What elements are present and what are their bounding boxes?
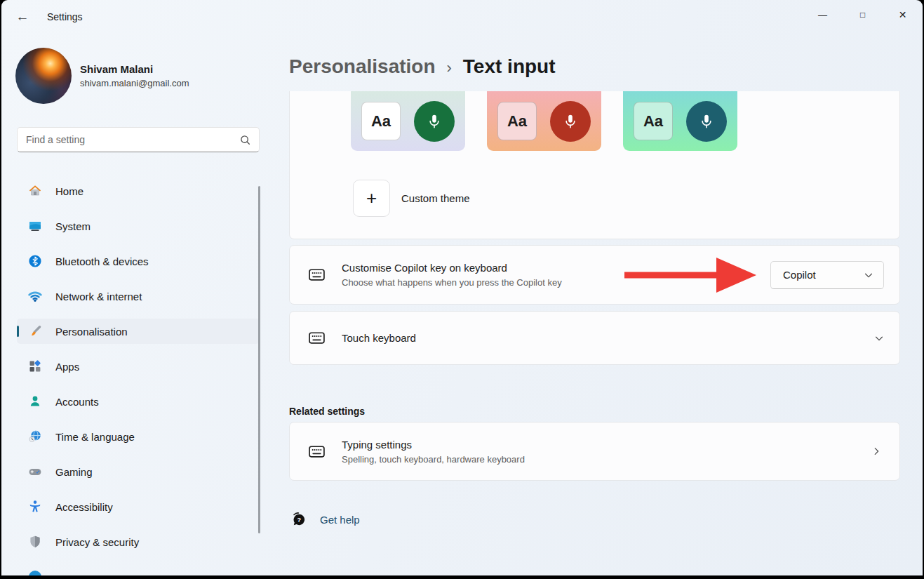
sidebar-item-gaming[interactable]: Gaming <box>17 459 260 484</box>
user-profile[interactable]: Shivam Malani shivam.malani@gmail.com <box>15 48 260 104</box>
copilot-setting-subtitle: Choose what happens when you press the C… <box>342 277 623 288</box>
avatar <box>15 48 72 104</box>
settings-window: ← Settings — □ ✕ Shivam Malani shivam.ma… <box>1 0 923 575</box>
close-icon: ✕ <box>899 9 907 20</box>
sidebar-item-label: Privacy & security <box>55 536 139 548</box>
chevron-down-icon <box>874 333 884 343</box>
breadcrumb-parent[interactable]: Personalisation <box>289 55 436 78</box>
annotation-arrow <box>623 255 756 295</box>
globe-clock-icon <box>28 430 42 444</box>
dropdown-value: Copilot <box>783 269 864 281</box>
close-button[interactable]: ✕ <box>883 0 923 29</box>
get-help-link[interactable]: ? Get help <box>290 512 900 528</box>
minimize-icon: — <box>818 10 827 20</box>
system-icon <box>28 219 42 233</box>
add-custom-theme-button[interactable]: + <box>353 180 390 217</box>
theme-card-green-purple[interactable]: Aa <box>351 91 465 151</box>
sidebar-item-label: Accessibility <box>55 501 113 513</box>
theme-card-blue-mint[interactable]: Aa <box>623 91 737 151</box>
related-settings-heading: Related settings <box>289 406 900 417</box>
back-button[interactable]: ← <box>11 6 34 28</box>
theme-panel: Aa Aa <box>289 91 900 239</box>
plus-icon: + <box>366 187 377 209</box>
typing-settings-row[interactable]: Typing settings Spelling, touch keyboard… <box>289 422 900 481</box>
sidebar-item-home[interactable]: Home <box>17 178 260 204</box>
title-bar: ← Settings — □ ✕ <box>1 0 923 34</box>
chevron-down-icon <box>864 270 873 280</box>
user-name: Shivam Malani <box>80 63 189 75</box>
get-help-label: Get help <box>320 514 360 526</box>
svg-text:?: ? <box>297 517 301 524</box>
sidebar-item-label: System <box>55 220 91 232</box>
custom-theme-label: Custom theme <box>401 192 470 204</box>
typing-settings-subtitle: Spelling, touch keyboard, hardware keybo… <box>342 454 871 465</box>
copilot-key-setting-row: Customise Copilot key on keyboard Choose… <box>289 245 900 305</box>
theme-aa-sample: Aa <box>361 102 401 140</box>
person-icon <box>28 394 42 408</box>
sidebar: Shivam Malani shivam.malani@gmail.com <box>1 34 275 575</box>
main-content: Personalisation › Text input Aa <box>275 34 923 575</box>
microphone-icon <box>686 101 727 142</box>
windows-update-icon <box>28 570 42 575</box>
sidebar-item-label: Personalisation <box>55 326 128 338</box>
sidebar-item-accounts[interactable]: Accounts <box>17 389 260 414</box>
page-title: Text input <box>463 55 556 78</box>
sidebar-item-time-language[interactable]: Time & language <box>17 424 260 449</box>
sidebar-item-network[interactable]: Network & internet <box>17 284 260 309</box>
home-icon <box>28 184 42 198</box>
gamepad-icon <box>28 465 42 479</box>
sidebar-item-label: Accounts <box>55 396 99 408</box>
copilot-key-dropdown[interactable]: Copilot <box>770 261 884 289</box>
typing-settings-title: Typing settings <box>342 439 871 451</box>
search-icon <box>240 135 250 145</box>
bluetooth-icon <box>28 254 42 268</box>
copilot-setting-title: Customise Copilot key on keyboard <box>342 262 623 274</box>
microphone-icon <box>550 101 591 142</box>
sidebar-item-privacy[interactable]: Privacy & security <box>17 529 260 554</box>
theme-aa-sample: Aa <box>634 102 673 140</box>
sidebar-scrollbar[interactable] <box>258 186 260 533</box>
search-box[interactable] <box>17 127 260 152</box>
back-arrow-icon: ← <box>16 9 29 25</box>
user-email: shivam.malani@gmail.com <box>80 78 189 88</box>
microphone-icon <box>414 101 455 142</box>
chevron-right-icon <box>871 446 881 456</box>
custom-theme-row: + Custom theme <box>353 180 899 217</box>
sidebar-item-label: Bluetooth & devices <box>55 255 149 267</box>
accessibility-icon <box>28 500 42 514</box>
sidebar-item-label: Home <box>55 185 83 197</box>
keyboard-icon <box>308 443 326 460</box>
breadcrumb: Personalisation › Text input <box>289 52 900 81</box>
maximize-button[interactable]: □ <box>843 0 883 29</box>
wifi-icon <box>28 289 42 303</box>
breadcrumb-separator-icon: › <box>447 57 452 77</box>
sidebar-item-bluetooth[interactable]: Bluetooth & devices <box>17 248 260 274</box>
keyboard-icon <box>308 329 326 347</box>
theme-aa-sample: Aa <box>497 102 537 140</box>
footer-links: ? Get help Give feedback <box>290 512 900 540</box>
sidebar-item-label: Gaming <box>55 466 93 478</box>
window-title: Settings <box>47 11 83 22</box>
settings-scroll-area: Aa Aa <box>289 91 900 540</box>
keyboard-icon <box>308 266 326 284</box>
window-controls: — □ ✕ <box>803 0 923 34</box>
theme-card-pink-orange[interactable]: Aa <box>487 91 601 151</box>
maximize-icon: □ <box>860 10 865 20</box>
sidebar-item-label: Network & internet <box>55 291 142 302</box>
sidebar-item-label: Apps <box>55 361 79 373</box>
minimize-button[interactable]: — <box>803 0 843 29</box>
sidebar-item-accessibility[interactable]: Accessibility <box>17 494 260 519</box>
shield-icon <box>28 535 42 549</box>
paintbrush-icon <box>28 324 42 338</box>
sidebar-item-personalisation[interactable]: Personalisation <box>17 319 260 344</box>
sidebar-item-partial <box>17 564 260 575</box>
apps-icon <box>28 359 42 373</box>
theme-card-row: Aa Aa <box>351 91 899 151</box>
search-input[interactable] <box>26 134 240 145</box>
help-bubble-icon: ? <box>290 512 307 528</box>
sidebar-item-apps[interactable]: Apps <box>17 354 260 379</box>
touch-keyboard-row[interactable]: Touch keyboard <box>289 311 900 365</box>
sidebar-nav: Home System Bluetooth & devices <box>17 178 260 575</box>
touch-keyboard-title: Touch keyboard <box>342 332 874 344</box>
sidebar-item-system[interactable]: System <box>17 213 260 239</box>
